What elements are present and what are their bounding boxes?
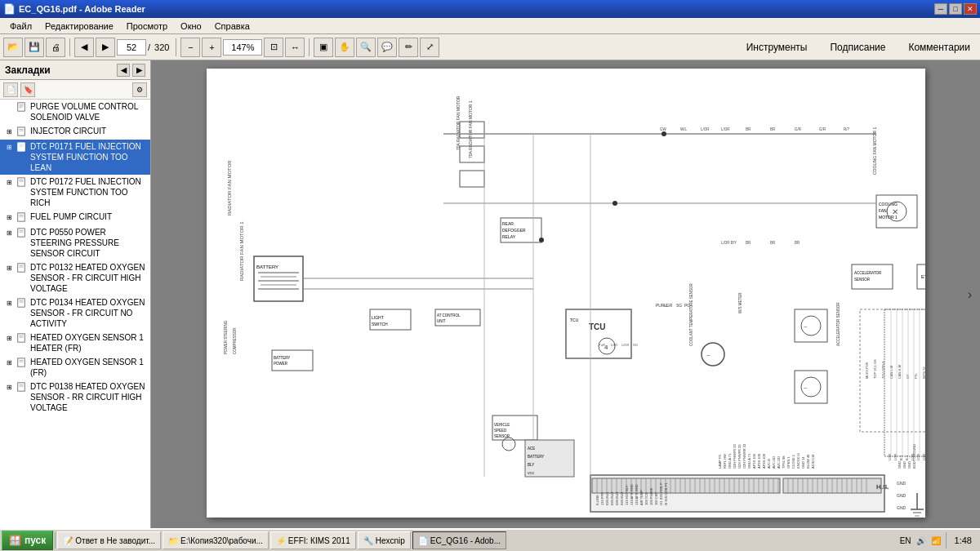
svg-text:IGN INJ2: IGN INJ2 (610, 491, 614, 505)
svg-text:G/R: G/R (795, 127, 802, 131)
bookmark-dtc-p0171[interactable]: ⊞ DTC P0171 FUEL INJECTION SYSTEM FUNCTI… (0, 140, 150, 175)
fit-width-button[interactable]: ↔ (285, 38, 305, 57)
svg-text:L/OR: L/OR (701, 127, 710, 131)
svg-text:K-LINE: K-LINE (595, 495, 599, 505)
bookmark-dtc-p0550[interactable]: ⊞ DTC P0550 POWER STEERING PRESSURE SENS… (0, 225, 150, 260)
menu-window[interactable]: Окно (174, 20, 208, 33)
expand-icon-2[interactable]: ⊞ (3, 142, 15, 153)
svg-text:COMPRESSOR: COMPRESSOR (233, 327, 237, 354)
taskbar-btn-0[interactable]: 📝 Ответ в Не заводит... (57, 531, 161, 549)
menu-file[interactable]: Файл (3, 20, 38, 33)
page-icon-0 (16, 102, 28, 113)
bookmark-purge-volume[interactable]: PURGE VOLUME CONTROL SOLENOID VALVE (0, 100, 150, 124)
select-tool[interactable]: ▣ (314, 38, 333, 57)
scroll-arrow[interactable]: › (968, 287, 972, 302)
sidebar-bookmark-icon[interactable]: 🔖 (20, 82, 35, 97)
bookmark-ho2s1-heater[interactable]: ⊞ HEATED OXYGEN SENSOR 1 HEATER (FR) (0, 331, 150, 355)
bookmark-text-7: DTC P0134 HEATED OXYGEN SENSOR - FR CIRC… (30, 297, 147, 329)
svg-text:~: ~ (706, 352, 710, 359)
search-button[interactable]: 🔍 (356, 38, 376, 57)
title-bar-controls: ─ □ ✕ (934, 3, 977, 15)
maximize-button[interactable]: □ (949, 3, 962, 15)
zoom-out-button[interactable]: − (180, 38, 200, 57)
page-icon-9 (16, 358, 28, 369)
prev-page-button[interactable]: ◀ (74, 38, 94, 57)
svg-text:GW: GW (660, 127, 667, 131)
svg-text:CAN L-M: CAN L-M (889, 366, 893, 379)
start-button[interactable]: 🪟 пуск (2, 531, 53, 550)
hand-tool[interactable]: ✋ (335, 38, 354, 57)
taskbar-btn-label-4: EC_QG16 - Adob... (430, 536, 501, 545)
zoom-input[interactable] (223, 39, 262, 56)
menu-view[interactable]: Просмотр (120, 20, 174, 33)
page-icon-10 (16, 382, 28, 393)
bookmark-dtc-p0132[interactable]: ⊞ DTC P0132 HEATED OXYGEN SENSOR - FR CI… (0, 260, 150, 295)
bookmark-dtc-p0138[interactable]: ⊞ DTC P0138 HEATED OXYGEN SENSOR - RR CI… (0, 380, 150, 415)
next-page-button[interactable]: ▶ (96, 38, 115, 57)
svg-text:PG-: PG- (914, 372, 918, 379)
expand-icon-7[interactable]: ⊞ (3, 298, 15, 309)
svg-rect-22 (18, 299, 25, 307)
svg-text:AT CONTROL: AT CONTROL (437, 313, 461, 318)
taskbar-btn-4[interactable]: 📄 EC_QG16 - Adob... (412, 531, 506, 549)
expand-icon-5[interactable]: ⊞ (3, 228, 15, 239)
svg-text:GND: GND (897, 481, 906, 486)
expand-icon-8[interactable]: ⊞ (3, 333, 15, 344)
sign-button[interactable]: Подписание (823, 40, 892, 55)
sidebar-options-btn[interactable]: ⚙ (132, 82, 147, 97)
svg-text:SG: SG (676, 303, 682, 308)
svg-text:LOR: LOR (888, 454, 892, 460)
comment-button[interactable]: 💬 (377, 38, 397, 57)
svg-text:CLOSE 1: CLOSE 1 (791, 454, 795, 469)
sidebar-page-icon[interactable]: 📄 (3, 82, 18, 97)
taskbar-btn-1[interactable]: 📁 Е:\Копия320\рабочи... (163, 531, 269, 549)
taskbar-btn-3[interactable]: 🔧 Hexcnip (358, 531, 411, 549)
svg-text:REFL HW: REFL HW (723, 454, 727, 469)
open-button[interactable]: 📂 (3, 38, 23, 57)
svg-text:GND: GND (897, 493, 906, 498)
markup-button[interactable]: ✏ (399, 38, 418, 57)
fit-page-button[interactable]: ⊡ (264, 38, 283, 57)
bookmark-injector[interactable]: ⊞ INJECTOR CIRCUIT (0, 124, 150, 140)
svg-text:AP1S 106: AP1S 106 (752, 453, 756, 469)
menu-help[interactable]: Справка (208, 20, 256, 33)
bookmark-text-1: INJECTOR CIRCUIT (30, 126, 147, 136)
comments-button[interactable]: Комментарии (902, 40, 977, 55)
svg-text:LOR: LOR (922, 454, 925, 460)
svg-text:B-1: B-1 (899, 455, 903, 460)
bookmark-dtc-p0172[interactable]: ⊞ DTC P0172 FUEL INJECTION SYSTEM FUNCTI… (0, 175, 150, 210)
page-input[interactable] (117, 39, 146, 56)
save-button[interactable]: 💾 (24, 38, 44, 57)
close-button[interactable]: ✕ (964, 3, 977, 15)
print-button[interactable]: 🖨 (46, 38, 65, 57)
taskbar-btn-2[interactable]: ⚡ EFFI: КIMS 2011 (270, 531, 356, 549)
svg-rect-28 (18, 358, 25, 367)
expand-icon-1[interactable]: ⊞ (3, 127, 15, 138)
svg-text:FAN: FAN (879, 208, 887, 213)
zoom-in-button[interactable]: + (202, 38, 221, 57)
sidebar-collapse-btn[interactable]: ◀ (117, 64, 130, 77)
svg-text:REAR: REAR (502, 221, 514, 226)
sidebar-expand-btn[interactable]: ▶ (132, 64, 145, 77)
svg-text:TPS1 98: TPS1 98 (782, 455, 786, 469)
svg-text:GND 14: GND 14 (801, 456, 805, 469)
expand-button[interactable]: ⤢ (420, 38, 439, 57)
expand-icon-6[interactable]: ⊞ (3, 263, 15, 274)
svg-text:W/S METER: W/S METER (738, 292, 742, 313)
svg-text:O2H PNN/FR 33: O2H PNN/FR 33 (733, 443, 737, 469)
svg-text:I11 IGN COIL F: I11 IGN COIL F (659, 482, 663, 505)
svg-text:BATTERY: BATTERY (274, 356, 290, 360)
minimize-button[interactable]: ─ (934, 3, 947, 15)
title-bar: 📄 EC_QG16.pdf - Adobe Reader ─ □ ✕ (0, 0, 980, 18)
menu-edit[interactable]: Редактирование (38, 20, 120, 33)
expand-icon-4[interactable]: ⊞ (3, 212, 15, 224)
expand-icon-9[interactable]: ⊞ (3, 358, 15, 369)
tools-button[interactable]: Инструменты (740, 40, 814, 55)
expand-icon-3[interactable]: ⊞ (3, 177, 15, 189)
bookmark-ho2s1-fr[interactable]: ⊞ HEATED OXYGEN SENSOR 1 (FR) (0, 355, 150, 380)
sidebar-toolbar: 📄 🔖 ⚙ (0, 80, 150, 100)
bookmark-fuel-pump[interactable]: ⊞ FUEL PUMP CIRCUIT (0, 210, 150, 225)
bookmark-dtc-p0134[interactable]: ⊞ DTC P0134 HEATED OXYGEN SENSOR - FR CI… (0, 295, 150, 331)
expand-icon-10[interactable]: ⊞ (3, 382, 15, 393)
svg-text:BR: BR (795, 241, 800, 245)
